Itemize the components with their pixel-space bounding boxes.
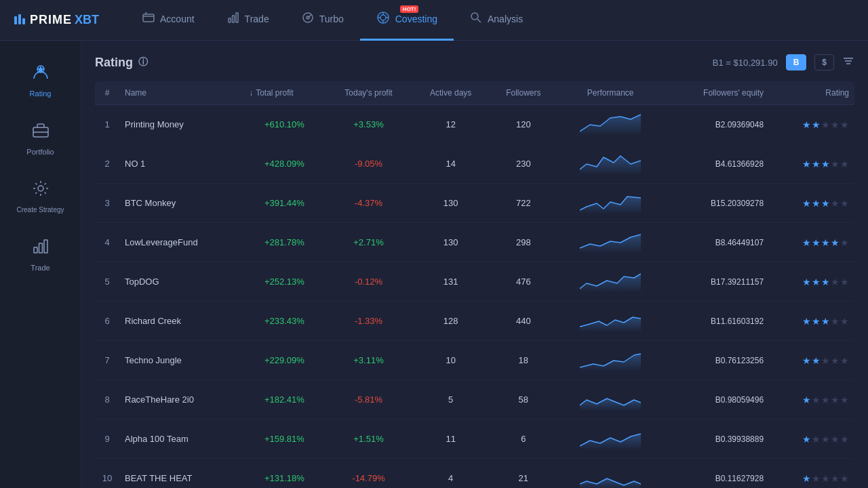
- row-followers: 18: [490, 341, 557, 380]
- row-active-days: 128: [412, 302, 490, 341]
- nav-account-label: Account: [160, 14, 195, 24]
- table-row[interactable]: 6 Richard Creek +233.43% -1.33% 128 440: [95, 302, 854, 341]
- col-rating: Rating: [769, 81, 854, 105]
- row-followers: 6: [490, 420, 557, 459]
- svg-rect-22: [39, 243, 42, 253]
- sidebar-trade-label: Trade: [31, 264, 50, 272]
- row-name: Printing Money: [119, 105, 243, 144]
- row-num: 6: [95, 302, 119, 341]
- row-num: 10: [95, 459, 119, 489]
- usd-currency-button[interactable]: $: [814, 54, 834, 70]
- row-today-profit: -4.37%: [326, 184, 412, 223]
- row-total-profit: +252.13%: [243, 262, 325, 302]
- table-header-row: # Name ↓ Total profit Today's profit Act…: [95, 81, 854, 105]
- row-equity: B8.46449107: [664, 223, 769, 262]
- row-num: 7: [95, 341, 119, 380]
- row-num: 5: [95, 262, 119, 302]
- row-followers: 722: [490, 184, 557, 223]
- btc-currency-button[interactable]: B: [786, 54, 807, 70]
- mini-chart: [580, 426, 641, 450]
- table-row[interactable]: 4 LowLeverageFund +281.78% +2.71% 130 29…: [95, 223, 854, 262]
- row-num: 8: [95, 380, 119, 420]
- row-total-profit: +428.09%: [243, 144, 325, 184]
- svg-rect-5: [232, 16, 234, 22]
- info-icon[interactable]: ⓘ: [138, 56, 148, 68]
- analysis-icon: [470, 12, 482, 26]
- row-followers: 58: [490, 380, 557, 420]
- turbo-icon: [302, 12, 314, 26]
- row-active-days: 130: [412, 184, 490, 223]
- row-equity: B4.61366928: [664, 144, 769, 184]
- nav-trade[interactable]: Trade: [211, 0, 285, 41]
- rating-title: Rating ⓘ: [95, 56, 148, 70]
- row-rating: ★★★★★: [769, 262, 854, 302]
- row-today-profit: +1.51%: [326, 420, 412, 459]
- mini-chart: [580, 347, 641, 371]
- row-today-profit: +3.53%: [326, 105, 412, 144]
- row-name: TopDOG: [119, 262, 243, 302]
- row-num: 3: [95, 184, 119, 223]
- btc-rate: B1 = $10,291.90: [713, 58, 778, 68]
- row-active-days: 14: [412, 144, 490, 184]
- nav-turbo[interactable]: Turbo: [285, 0, 360, 41]
- gear-icon: [31, 179, 50, 202]
- svg-rect-1: [18, 14, 21, 24]
- table-row[interactable]: 9 Alpha 100 Team +159.81% +1.51% 11 6: [95, 420, 854, 459]
- star-icon: [31, 62, 50, 85]
- row-total-profit: +281.78%: [243, 223, 325, 262]
- sidebar: Rating Portfolio Create Strategy: [0, 41, 81, 488]
- col-total-profit[interactable]: ↓ Total profit: [243, 81, 325, 105]
- table-row[interactable]: 8 RaceTheHare 2i0 +182.41% -5.81% 5 58: [95, 380, 854, 420]
- sidebar-item-trade[interactable]: Trade: [0, 228, 81, 280]
- row-name: LowLeverageFund: [119, 223, 243, 262]
- row-total-profit: +159.81%: [243, 420, 325, 459]
- row-active-days: 131: [412, 262, 490, 302]
- row-rating: ★★★★★: [769, 459, 854, 489]
- filter-icon[interactable]: [842, 55, 854, 70]
- main-layout: Rating Portfolio Create Strategy: [0, 41, 868, 488]
- row-today-profit: +3.11%: [326, 341, 412, 380]
- sidebar-item-rating[interactable]: Rating: [0, 54, 81, 106]
- row-performance: [557, 184, 664, 223]
- table-row[interactable]: 1 Printing Money +610.10% +3.53% 12 120: [95, 105, 854, 144]
- row-rating: ★★★★★: [769, 420, 854, 459]
- hot-badge: HOT!: [400, 5, 419, 14]
- sidebar-item-create-strategy[interactable]: Create Strategy: [0, 171, 81, 222]
- row-rating: ★★★★★: [769, 341, 854, 380]
- table-row[interactable]: 5 TopDOG +252.13% -0.12% 131 476 B: [95, 262, 854, 302]
- row-performance: [557, 420, 664, 459]
- row-today-profit: -14.79%: [326, 459, 412, 489]
- trade-icon: [227, 12, 239, 26]
- nav-analysis[interactable]: Analysis: [454, 0, 539, 41]
- svg-rect-3: [143, 14, 154, 22]
- row-name: Richard Creek: [119, 302, 243, 341]
- svg-rect-0: [14, 16, 17, 24]
- table-row[interactable]: 2 NO 1 +428.09% -9.05% 14 230 B4.6: [95, 144, 854, 184]
- row-equity: B15.20309278: [664, 184, 769, 223]
- mini-chart: [580, 386, 641, 411]
- row-name: NO 1: [119, 144, 243, 184]
- row-today-profit: -1.33%: [326, 302, 412, 341]
- row-equity: B0.98059496: [664, 380, 769, 420]
- svg-rect-4: [229, 18, 231, 22]
- table-row[interactable]: 7 Techno Jungle +229.09% +3.11% 10 18: [95, 341, 854, 380]
- row-equity: B17.39211157: [664, 262, 769, 302]
- row-equity: B0.11627928: [664, 459, 769, 489]
- sidebar-rating-label: Rating: [30, 89, 52, 98]
- col-equity: Followers' equity: [664, 81, 769, 105]
- row-rating: ★★★★★: [769, 302, 854, 341]
- row-today-profit: -0.12%: [326, 262, 412, 302]
- row-name: RaceTheHare 2i0: [119, 380, 243, 420]
- row-active-days: 12: [412, 105, 490, 144]
- logo-prime: PRIME: [14, 13, 72, 27]
- nav-covesting[interactable]: HOT! Covesting: [360, 0, 454, 41]
- table-row[interactable]: 3 BTC Monkey +391.44% -4.37% 130 722: [95, 184, 854, 223]
- sidebar-item-portfolio[interactable]: Portfolio: [0, 113, 81, 164]
- row-name: BTC Monkey: [119, 184, 243, 223]
- row-name: Alpha 100 Team: [119, 420, 243, 459]
- row-followers: 21: [490, 459, 557, 489]
- nav-account[interactable]: Account: [126, 0, 211, 41]
- table-row[interactable]: 10 BEAT THE HEAT +131.18% -14.79% 4 21: [95, 459, 854, 489]
- row-today-profit: -9.05%: [326, 144, 412, 184]
- mini-chart: [580, 268, 641, 293]
